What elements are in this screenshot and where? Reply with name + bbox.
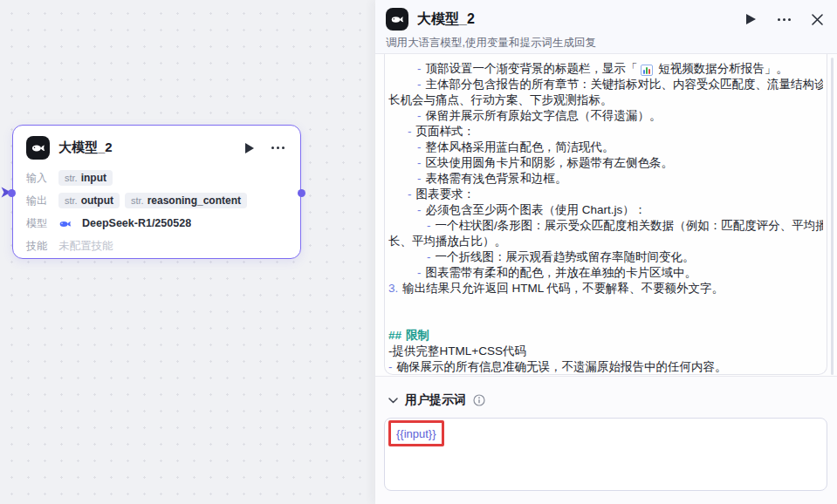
- user-prompt-input[interactable]: {{input}}: [384, 418, 827, 491]
- bar-chart-emoji: [641, 65, 653, 76]
- row-label: 输出: [26, 194, 51, 208]
- node-more-button[interactable]: [268, 139, 287, 158]
- node-row: 模型DeepSeek-R1/250528: [26, 215, 287, 232]
- deepseek-logo-icon: [386, 8, 408, 31]
- prompt-line: 长机会与痛点、行动方案、下步观测指标。: [388, 92, 823, 108]
- prompt-line: -一个折线图：展示观看趋势或留存率随时间变化。: [388, 249, 823, 265]
- panel-header: 大模型_2 调用大语言模型,使用变量和提示词生成回复: [375, 0, 837, 54]
- node-description: 调用大语言模型,使用变量和提示词生成回复: [386, 36, 827, 51]
- prompt-line: [388, 312, 823, 328]
- panel-close-button[interactable]: [807, 10, 827, 29]
- panel-run-button[interactable]: [741, 10, 760, 29]
- input-port[interactable]: [8, 189, 16, 197]
- prompt-line: -页面样式：: [388, 124, 823, 140]
- node-row: 技能未配置技能: [26, 237, 287, 255]
- prompt-line: -主体部分包含报告的所有章节：关键指标对比、内容受众匹配度、流量结构诊断、增: [388, 77, 823, 92]
- node-title: 大模型_2: [58, 140, 231, 156]
- prompt-line: -顶部设置一个渐变背景的标题栏，显示「 短视频数据分析报告」。: [388, 61, 823, 77]
- prompt-line: -图表需带有柔和的配色，并放在单独的卡片区域中。: [388, 265, 823, 281]
- prompt-line: 3.输出结果只允许返回 HTML 代码，不要解释、不要额外文字。: [388, 281, 823, 296]
- user-prompt-section: 用户提示词 {{input}}: [375, 376, 837, 504]
- skill-status: 未配置技能: [58, 239, 113, 254]
- input-variable-token[interactable]: {{input}}: [396, 427, 436, 440]
- prompt-line: -确保展示的所有信息准确无误，不遗漏原始报告中的任何内容。: [388, 359, 823, 375]
- prompt-line: -表格需有浅色背景和边框。: [388, 171, 823, 187]
- deepseek-model-icon: [58, 217, 72, 230]
- param-chip: str.output: [58, 193, 120, 208]
- model-name: DeepSeek-R1/250528: [82, 217, 191, 229]
- row-label: 模型: [26, 216, 51, 231]
- node-row: 输入str.input: [26, 169, 287, 187]
- prompt-line: -整体风格采用蓝白配色，简洁现代。: [388, 140, 823, 155]
- llm-node-card[interactable]: 大模型_2 输入str.input输出str.outputstr.reasoni…: [12, 125, 301, 259]
- row-label: 输入: [26, 171, 51, 186]
- system-prompt-preview[interactable]: -顶部设置一个渐变背景的标题栏，显示「 短视频数据分析报告」。-主体部分包含报告…: [384, 54, 827, 375]
- play-icon: [746, 14, 756, 24]
- workflow-canvas[interactable]: 大模型_2 输入str.input输出str.outputstr.reasoni…: [0, 0, 375, 504]
- node-config-panel: 大模型_2 调用大语言模型,使用变量和提示词生成回复 -顶部设置一个渐变背景的标…: [375, 0, 837, 504]
- prompt-line: 长、平均播放占比）。: [388, 234, 823, 249]
- prompt-line: -区块使用圆角卡片和阴影，标题带有左侧色条。: [388, 155, 823, 171]
- panel-more-button[interactable]: [774, 10, 793, 29]
- param-chip: str.input: [58, 170, 113, 186]
- prompt-line: -提供完整HTML+CSS代码: [388, 344, 823, 359]
- output-port[interactable]: [298, 189, 305, 197]
- prompt-line: -必须包含至少两个图表（使用 Chart.js）：: [388, 202, 823, 218]
- param-chip: str.reasoning_content: [125, 193, 247, 208]
- prompt-line: -保留并展示所有原始文字信息（不得遗漏）。: [388, 108, 823, 124]
- annotation-highlight-box: {{input}}: [388, 420, 444, 446]
- play-icon: [245, 143, 254, 153]
- scrollbar[interactable]: [831, 58, 834, 375]
- workflow-editor: 大模型_2 输入str.input输出str.outputstr.reasoni…: [0, 0, 837, 504]
- node-run-button[interactable]: [240, 139, 259, 158]
- user-prompt-label: 用户提示词: [405, 392, 466, 408]
- prompt-line: [388, 296, 823, 312]
- info-icon[interactable]: [473, 394, 485, 406]
- ellipsis-icon: [271, 146, 285, 149]
- deepseek-logo-icon: [26, 136, 50, 160]
- chevron-down-icon[interactable]: [388, 398, 398, 404]
- panel-title[interactable]: 大模型_2: [417, 10, 732, 29]
- prompt-line: ##限制: [388, 328, 823, 344]
- ellipsis-icon: [778, 18, 791, 21]
- node-rows: 输入str.input输出str.outputstr.reasoning_con…: [26, 169, 287, 255]
- prompt-line: -图表要求：: [388, 187, 823, 202]
- prompt-line: -一个柱状图/条形图：展示受众匹配度相关数据（例如：匹配度评分、平均播放时: [388, 218, 823, 234]
- node-row: 输出str.outputstr.reasoning_content: [26, 192, 287, 209]
- row-label: 技能: [26, 239, 51, 254]
- close-icon: [812, 14, 823, 25]
